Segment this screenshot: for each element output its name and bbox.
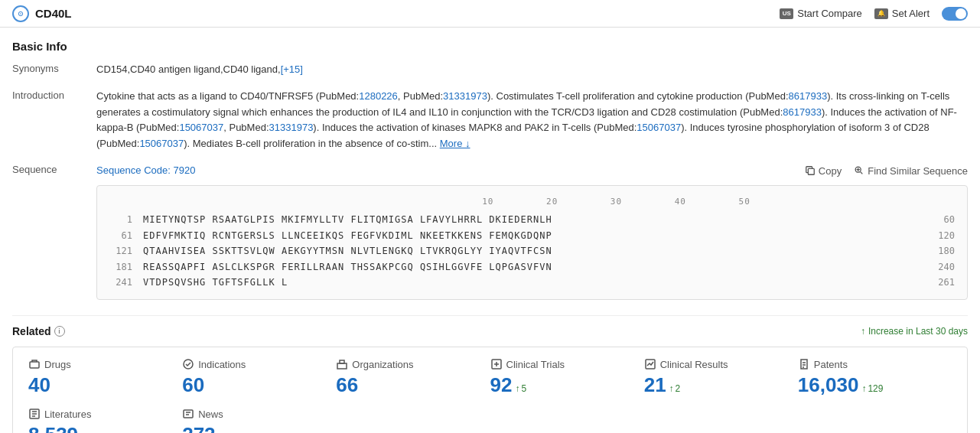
sequence-label: Sequence [12, 163, 96, 175]
organizations-icon [336, 358, 348, 370]
seq-num-right: 261 [928, 275, 955, 290]
start-compare-label: Start Compare [797, 8, 862, 19]
logo: ⊙ CD40L [12, 5, 72, 22]
seq-num-left: 61 [109, 228, 132, 243]
alert-icon: 🔔 [874, 8, 888, 19]
stat-drugs[interactable]: Drugs 40 [28, 358, 182, 397]
synonyms-more-link[interactable]: [+15] [281, 63, 303, 75]
indications-icon [182, 358, 194, 370]
stat-organizations-value: 66 [336, 373, 490, 397]
start-compare-button[interactable]: US Start Compare [780, 8, 862, 19]
stat-patents-label: Patents [798, 358, 952, 370]
seq-line-5: 241 VTDPSQVSHG TGFTSFGLLK L 261 [109, 275, 955, 290]
synonyms-content: CD154,CD40 antigen ligand,CD40 ligand,[+… [96, 62, 968, 78]
related-title: Related i [12, 325, 65, 337]
pubmed-1280226-link[interactable]: 1280226 [359, 90, 398, 102]
synonyms-label: Synonyms [12, 62, 96, 74]
sequence-box: 10 20 30 40 50 1 MIETYNQTSP RSAATGLPIS M… [96, 185, 968, 301]
stat-clinical-trials-label: Clinical Trials [490, 358, 644, 370]
copy-button[interactable]: Copy [805, 165, 842, 177]
up-arrow-icon: ↑ [861, 326, 865, 337]
svg-rect-5 [340, 360, 344, 363]
related-header: Related i ↑ Increase in Last 30 days [12, 325, 968, 337]
seq-num-right: 240 [928, 259, 955, 275]
stat-patents-value: 16,030 ↑ 129 [798, 373, 952, 397]
seq-line-1: 1 MIETYNQTSP RSAATGLPIS MKIFMYLLTV FLITQ… [109, 212, 955, 227]
patents-icon [798, 358, 810, 370]
clinical-trials-icon [490, 358, 503, 370]
related-info-icon[interactable]: i [54, 326, 65, 337]
stat-news-label: News [182, 408, 336, 420]
basic-info-title: Basic Info [12, 40, 968, 53]
svg-rect-4 [337, 363, 347, 369]
intro-more-link[interactable]: More ↓ [440, 138, 470, 149]
seq-num-left: 181 [109, 259, 132, 275]
sequence-actions: Copy Find Similar Sequence [805, 165, 968, 177]
related-title-text: Related [12, 325, 51, 337]
seq-num-left: 121 [109, 243, 132, 259]
stats-row-2: Literatures 8,539 News 272 ↑ 22 [28, 408, 952, 433]
set-alert-label: Set Alert [892, 8, 930, 19]
svg-rect-9 [184, 410, 193, 418]
stats-row-1: Drugs 40 Indications 60 [28, 358, 952, 397]
stat-indications-label: Indications [182, 358, 336, 370]
header: ⊙ CD40L US Start Compare 🔔 Set Alert [0, 0, 980, 28]
stat-patents-delta: ↑ 129 [861, 383, 883, 394]
introduction-content: Cytokine that acts as a ligand to CD40/T… [96, 89, 968, 152]
sequence-code: Sequence Code: 7920 [96, 163, 195, 179]
stat-literatures-label: Literatures [28, 408, 182, 420]
stat-drugs-value: 40 [28, 373, 182, 397]
pubmed-8617933b-link[interactable]: 8617933 [783, 106, 822, 118]
pubmed-31331973-link[interactable]: 31331973 [443, 90, 487, 102]
pubmed-8617933-link[interactable]: 8617933 [789, 90, 828, 102]
seq-line-4: 181 REASSQAPFI ASLCLKSPGR FERILLRAAN THS… [109, 259, 955, 275]
stat-clinical-results-label: Clinical Results [644, 358, 798, 370]
stat-clinical-results[interactable]: Clinical Results 21 ↑ 2 [644, 358, 798, 397]
pubmed-15067037c-link[interactable]: 15067037 [139, 138, 184, 149]
pubmed-31331973b-link[interactable]: 31331973 [269, 122, 314, 133]
seq-num-right: 120 [928, 228, 955, 243]
stat-literatures[interactable]: Literatures 8,539 [28, 408, 182, 433]
introduction-row: Introduction Cytokine that acts as a lig… [12, 89, 968, 152]
drugs-icon [28, 358, 41, 370]
news-icon [182, 408, 194, 420]
stat-clinical-results-delta: ↑ 2 [669, 383, 681, 394]
related-section: Related i ↑ Increase in Last 30 days Dru… [12, 315, 968, 433]
seq-num-left: 1 [109, 212, 132, 227]
seq-line-3: 121 QTAAHVISEA SSKTTSVLQW AEKGYYTMSN NLV… [109, 243, 955, 259]
find-similar-button[interactable]: Find Similar Sequence [854, 165, 968, 177]
seq-num-left: 241 [109, 275, 132, 290]
stat-organizations[interactable]: Organizations 66 [336, 358, 490, 397]
seq-residues: MIETYNQTSP RSAATGLPIS MKIFMYLLTV FLITQMI… [143, 212, 925, 227]
alert-toggle[interactable] [942, 7, 968, 21]
pubmed-15067037a-link[interactable]: 15067037 [179, 122, 223, 133]
seq-residues: VTDPSQVSHG TGFTSFGLLK L [143, 275, 925, 290]
logo-icon: ⊙ [12, 5, 29, 22]
sequence-header: Sequence Code: 7920 Copy [96, 163, 968, 179]
stat-news[interactable]: News 272 ↑ 22 [182, 408, 336, 433]
compare-icon: US [780, 8, 793, 19]
pubmed-15067037b-link[interactable]: 15067037 [637, 122, 681, 133]
stat-drugs-label: Drugs [28, 358, 182, 370]
stat-clinical-trials[interactable]: Clinical Trials 92 ↑ 5 [490, 358, 644, 397]
header-actions: US Start Compare 🔔 Set Alert [780, 7, 968, 21]
stat-indications-value: 60 [182, 373, 336, 397]
sequence-row: Sequence Sequence Code: 7920 Copy [12, 163, 968, 300]
stats-container: Drugs 40 Indications 60 [12, 347, 968, 433]
set-alert-button[interactable]: 🔔 Set Alert [874, 8, 930, 19]
synonyms-text: CD154,CD40 antigen ligand,CD40 ligand, [96, 63, 281, 75]
stat-patents[interactable]: Patents 16,030 ↑ 129 [798, 358, 952, 397]
main-content: Basic Info Synonyms CD154,CD40 antigen l… [0, 28, 980, 433]
page-title: CD40L [35, 7, 72, 20]
seq-line-2: 61 EDFVFMKTIQ RCNTGERSLS LLNCEEIKQS FEGF… [109, 228, 955, 243]
svg-rect-2 [30, 362, 39, 368]
stat-empty-3 [644, 408, 798, 433]
clinical-results-icon [644, 358, 656, 370]
increase-text: Increase in Last 30 days [868, 326, 968, 337]
seq-residues: QTAAHVISEA SSKTTSVLQW AEKGYYTMSN NLVTLEN… [143, 243, 925, 259]
increase-label: ↑ Increase in Last 30 days [861, 326, 968, 337]
svg-rect-0 [808, 169, 814, 175]
introduction-label: Introduction [12, 89, 96, 101]
seq-num-right: 180 [928, 243, 955, 259]
stat-indications[interactable]: Indications 60 [182, 358, 336, 397]
